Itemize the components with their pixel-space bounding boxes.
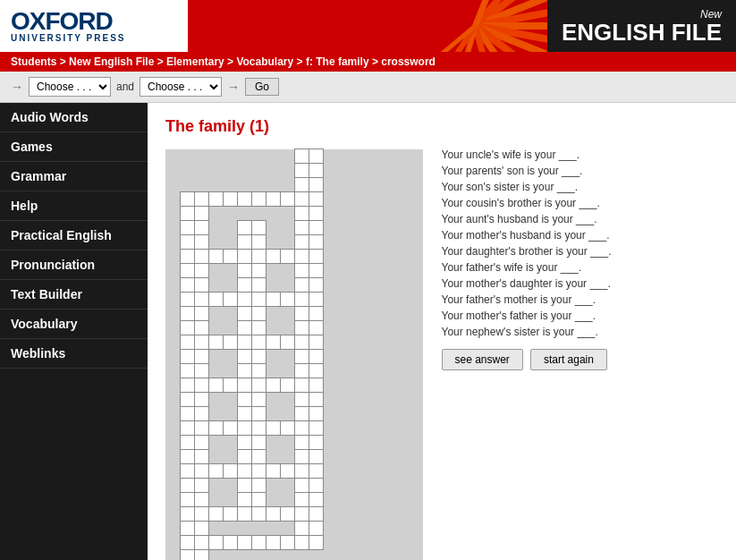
grid-cell[interactable]	[194, 464, 208, 479]
grid-cell[interactable]	[294, 264, 309, 278]
grid-cell[interactable]	[194, 436, 208, 450]
grid-cell[interactable]	[294, 407, 309, 421]
grid-cell[interactable]	[180, 235, 194, 250]
grid-cell[interactable]	[237, 307, 251, 321]
grid-cell[interactable]	[309, 407, 323, 421]
grid-cell[interactable]	[294, 378, 309, 393]
grid-cell[interactable]	[180, 350, 194, 364]
grid-cell[interactable]	[180, 321, 194, 335]
grid-cell[interactable]	[237, 393, 251, 407]
grid-cell[interactable]	[208, 378, 223, 393]
grid-cell[interactable]	[266, 293, 280, 307]
grid-cell[interactable]	[294, 307, 309, 321]
grid-cell[interactable]	[237, 350, 251, 364]
grid-cell[interactable]	[237, 421, 251, 436]
grid-cell[interactable]	[194, 507, 208, 522]
grid-cell[interactable]	[294, 493, 309, 507]
grid-cell[interactable]	[280, 507, 294, 522]
sidebar-item-vocabulary[interactable]: Vocabulary	[0, 310, 148, 339]
grid-cell[interactable]	[180, 507, 194, 522]
grid-cell[interactable]	[294, 479, 309, 493]
grid-cell[interactable]	[266, 464, 280, 479]
grid-cell[interactable]	[266, 421, 280, 436]
grid-cell[interactable]	[309, 536, 323, 550]
grid-cell[interactable]	[266, 250, 280, 264]
grid-cell[interactable]	[294, 335, 309, 350]
grid-cell[interactable]	[251, 421, 266, 436]
grid-cell[interactable]	[294, 436, 309, 450]
grid-cell[interactable]	[237, 364, 251, 378]
grid-cell[interactable]	[194, 335, 208, 350]
grid-cell[interactable]	[309, 164, 323, 178]
grid-cell[interactable]	[237, 479, 251, 493]
grid-cell[interactable]	[251, 307, 266, 321]
grid-cell[interactable]	[237, 407, 251, 421]
grid-cell[interactable]	[309, 221, 323, 235]
grid-cell[interactable]	[194, 350, 208, 364]
grid-cell[interactable]	[194, 493, 208, 507]
grid-cell[interactable]	[194, 407, 208, 421]
grid-cell[interactable]	[309, 278, 323, 293]
grid-cell[interactable]	[251, 221, 266, 235]
grid-cell[interactable]	[294, 536, 309, 550]
grid-cell[interactable]	[266, 536, 280, 550]
grid-cell[interactable]	[180, 550, 194, 561]
sidebar-item-text-builder[interactable]: Text Builder	[0, 280, 148, 310]
grid-cell[interactable]	[180, 335, 194, 350]
grid-cell[interactable]	[294, 421, 309, 436]
grid-cell[interactable]	[251, 536, 266, 550]
grid-cell[interactable]	[194, 450, 208, 464]
grid-cell[interactable]	[294, 522, 309, 536]
grid-cell[interactable]	[309, 436, 323, 450]
choose-dropdown-1[interactable]: Choose . . .	[29, 77, 111, 97]
grid-cell[interactable]	[208, 464, 223, 479]
grid-cell[interactable]	[251, 393, 266, 407]
grid-cell[interactable]	[294, 321, 309, 335]
grid-cell[interactable]	[194, 307, 208, 321]
grid-cell[interactable]	[251, 507, 266, 522]
grid-cell[interactable]	[180, 250, 194, 264]
grid-cell[interactable]	[309, 350, 323, 364]
grid-cell[interactable]	[180, 479, 194, 493]
grid-cell[interactable]	[309, 421, 323, 436]
grid-cell[interactable]	[309, 464, 323, 479]
grid-cell[interactable]	[194, 536, 208, 550]
grid-cell[interactable]	[294, 278, 309, 293]
grid-cell[interactable]	[294, 250, 309, 264]
grid-cell[interactable]	[251, 450, 266, 464]
grid-cell[interactable]	[294, 393, 309, 407]
grid-cell[interactable]	[237, 250, 251, 264]
grid-cell[interactable]	[223, 507, 237, 522]
grid-cell[interactable]	[194, 264, 208, 278]
grid-cell[interactable]	[294, 293, 309, 307]
grid-cell[interactable]	[180, 522, 194, 536]
start-again-button[interactable]: start again	[530, 349, 607, 370]
grid-cell[interactable]	[194, 550, 208, 561]
grid-cell[interactable]	[266, 335, 280, 350]
grid-cell[interactable]	[237, 264, 251, 278]
grid-cell[interactable]	[309, 507, 323, 522]
grid-cell[interactable]	[309, 450, 323, 464]
grid-cell[interactable]	[194, 479, 208, 493]
grid-cell[interactable]	[251, 264, 266, 278]
grid-cell[interactable]	[194, 293, 208, 307]
grid-cell[interactable]	[180, 407, 194, 421]
grid-cell[interactable]	[280, 293, 294, 307]
grid-cell[interactable]	[208, 192, 223, 207]
grid-cell[interactable]	[237, 436, 251, 450]
grid-cell[interactable]	[294, 164, 309, 178]
grid-cell[interactable]	[309, 522, 323, 536]
grid-cell[interactable]	[294, 350, 309, 364]
grid-cell[interactable]	[280, 536, 294, 550]
grid-cell[interactable]	[309, 493, 323, 507]
sidebar-item-pronunciation[interactable]: Pronunciation	[0, 250, 148, 280]
grid-cell[interactable]	[180, 393, 194, 407]
sidebar-item-grammar[interactable]: Grammar	[0, 162, 148, 191]
grid-cell[interactable]	[309, 321, 323, 335]
grid-cell[interactable]	[280, 378, 294, 393]
grid-cell[interactable]	[309, 250, 323, 264]
grid-cell[interactable]	[237, 278, 251, 293]
grid-cell[interactable]	[294, 149, 309, 164]
grid-cell[interactable]	[309, 264, 323, 278]
grid-cell[interactable]	[180, 421, 194, 436]
